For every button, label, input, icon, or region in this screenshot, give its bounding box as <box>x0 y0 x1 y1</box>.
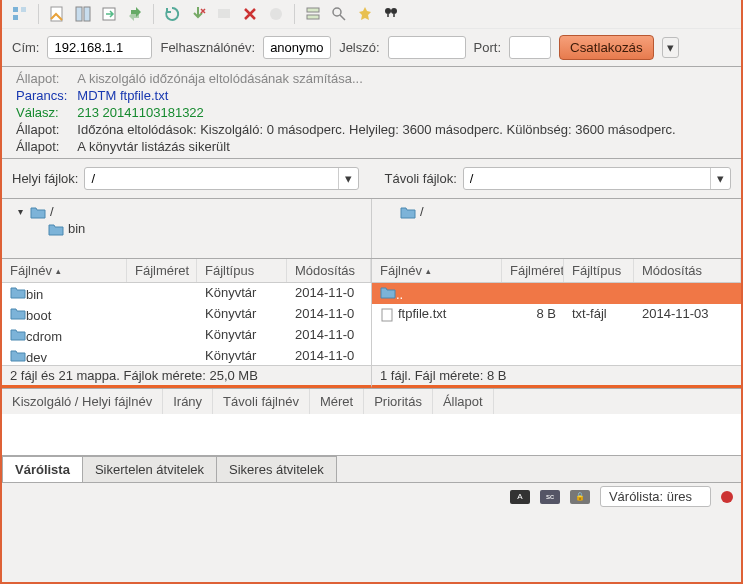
connect-button[interactable]: Csatlakozás <box>559 35 654 60</box>
tree-item[interactable]: ▾/ <box>10 203 363 220</box>
quickconnect-bar: Cím: Felhasználónév: Jelszó: Port: Csatl… <box>2 29 741 66</box>
bookmark-icon[interactable] <box>355 4 375 24</box>
connect-history-dropdown[interactable]: ▾ <box>662 37 679 58</box>
remote-file-list[interactable]: ..ftpfile.txt8 Btxt-fájl2014-11-03 <box>372 283 741 365</box>
log-message: 213 20141103181322 <box>73 105 679 120</box>
svg-rect-9 <box>307 8 319 12</box>
queue-body[interactable] <box>2 414 741 456</box>
log-label: Állapot: <box>12 139 71 154</box>
local-tree[interactable]: ▾/bin <box>2 199 372 258</box>
remote-status: 1 fájl. Fájl mérete: 8 B <box>372 365 741 385</box>
svg-rect-4 <box>76 7 82 21</box>
list-item[interactable]: bootKönyvtár2014-11-0 <box>2 304 371 325</box>
sync-icon[interactable] <box>125 4 145 24</box>
queue-column[interactable]: Irány <box>163 389 213 414</box>
pass-label: Jelszó: <box>339 40 379 55</box>
log-message: A könyvtár listázás sikerült <box>73 139 679 154</box>
tree-item-label: bin <box>68 221 85 236</box>
svg-rect-0 <box>13 7 18 12</box>
svg-rect-14 <box>382 309 392 321</box>
queue-column[interactable]: Állapot <box>433 389 494 414</box>
compare-icon[interactable] <box>329 4 349 24</box>
transfer-icon[interactable] <box>99 4 119 24</box>
address-label: Cím: <box>12 40 39 55</box>
stop-icon[interactable] <box>240 4 260 24</box>
status-bar: A sc 🔒 Várólista: üres <box>2 483 741 510</box>
bottom-tabs: VárólistaSikertelen átvitelekSikeres átv… <box>2 456 741 483</box>
local-path-label: Helyi fájlok: <box>12 171 78 186</box>
local-status: 2 fájl és 21 mappa. Fájlok mérete: 25,0 … <box>2 365 371 385</box>
tree-item-label: / <box>50 204 54 219</box>
tree-item[interactable]: / <box>380 203 733 220</box>
port-input[interactable] <box>509 36 551 59</box>
main-toolbar <box>2 0 741 29</box>
refresh-icon[interactable] <box>162 4 182 24</box>
disconnect-icon <box>214 4 234 24</box>
remote-list-header[interactable]: Fájlnév ▴ Fájlméret Fájltípus Módosítás <box>372 259 741 283</box>
remote-tree[interactable]: / <box>372 199 741 258</box>
queue-column[interactable]: Kiszolgáló / Helyi fájlnév <box>2 389 163 414</box>
svg-point-8 <box>270 8 282 20</box>
tree-expand-icon[interactable]: ▾ <box>14 206 26 217</box>
list-item[interactable]: .. <box>372 283 741 304</box>
local-path-input[interactable] <box>85 168 337 189</box>
local-file-list[interactable]: binKönyvtár2014-11-0bootKönyvtár2014-11-… <box>2 283 371 365</box>
panels-icon[interactable] <box>73 4 93 24</box>
reconnect-icon <box>266 4 286 24</box>
log-label: Állapot: <box>12 71 71 86</box>
list-item[interactable]: binKönyvtár2014-11-0 <box>2 283 371 304</box>
remote-path-input[interactable] <box>464 168 710 189</box>
queue-status[interactable]: Várólista: üres <box>600 486 711 507</box>
tab[interactable]: Sikertelen átvitelek <box>82 456 217 482</box>
queue-column[interactable]: Távoli fájlnév <box>213 389 310 414</box>
sort-asc-icon: ▴ <box>56 266 61 276</box>
svg-point-13 <box>391 8 397 14</box>
local-list-header[interactable]: Fájlnév ▴ Fájlméret Fájltípus Módosítás <box>2 259 371 283</box>
log-message: A kiszolgáló időzónája eltolódásának szá… <box>73 71 679 86</box>
list-item[interactable]: devKönyvtár2014-11-0 <box>2 346 371 365</box>
svg-rect-2 <box>21 7 26 12</box>
queue-column[interactable]: Prioritás <box>364 389 433 414</box>
remote-path-dropdown[interactable]: ▾ <box>710 168 730 189</box>
pass-input[interactable] <box>388 36 466 59</box>
edit-icon[interactable] <box>47 4 67 24</box>
log-label: Állapot: <box>12 122 71 137</box>
tab[interactable]: Sikeres átvitelek <box>216 456 337 482</box>
local-path-dropdown[interactable]: ▾ <box>338 168 358 189</box>
remote-path-label: Távoli fájlok: <box>385 171 457 186</box>
message-log[interactable]: Állapot:A kiszolgáló időzónája eltolódás… <box>2 66 741 158</box>
address-input[interactable] <box>47 36 152 59</box>
svg-rect-10 <box>307 15 319 19</box>
log-message: Időzóna eltolódások: Kiszolgáló: 0 másod… <box>73 122 679 137</box>
list-item[interactable]: cdromKönyvtár2014-11-0 <box>2 325 371 346</box>
tree-item[interactable]: bin <box>10 220 363 237</box>
activity-indicator-icon <box>721 491 733 503</box>
tree-item-label: / <box>420 204 424 219</box>
tab[interactable]: Várólista <box>2 456 83 482</box>
cancel-icon[interactable] <box>188 4 208 24</box>
svg-rect-7 <box>218 9 230 18</box>
sort-asc-icon: ▴ <box>426 266 431 276</box>
svg-rect-1 <box>13 15 18 20</box>
svg-rect-5 <box>84 7 90 21</box>
user-label: Felhasználónév: <box>160 40 255 55</box>
log-message: MDTM ftpfile.txt <box>73 88 679 103</box>
svg-point-12 <box>385 8 391 14</box>
svg-point-11 <box>333 8 341 16</box>
keyboard-indicator-icon[interactable]: A <box>510 490 530 504</box>
sitemanager-icon[interactable] <box>10 4 30 24</box>
log-label: Válasz: <box>12 105 71 120</box>
port-label: Port: <box>474 40 501 55</box>
queue-column[interactable]: Méret <box>310 389 364 414</box>
lock-indicator-icon[interactable]: 🔒 <box>570 490 590 504</box>
user-input[interactable] <box>263 36 331 59</box>
search-icon[interactable] <box>381 4 401 24</box>
queue-header[interactable]: Kiszolgáló / Helyi fájlnévIrányTávoli fá… <box>2 388 741 414</box>
encoding-indicator-icon[interactable]: sc <box>540 490 560 504</box>
list-item[interactable]: ftpfile.txt8 Btxt-fájl2014-11-03 <box>372 304 741 324</box>
log-label: Parancs: <box>12 88 71 103</box>
filter-icon[interactable] <box>303 4 323 24</box>
